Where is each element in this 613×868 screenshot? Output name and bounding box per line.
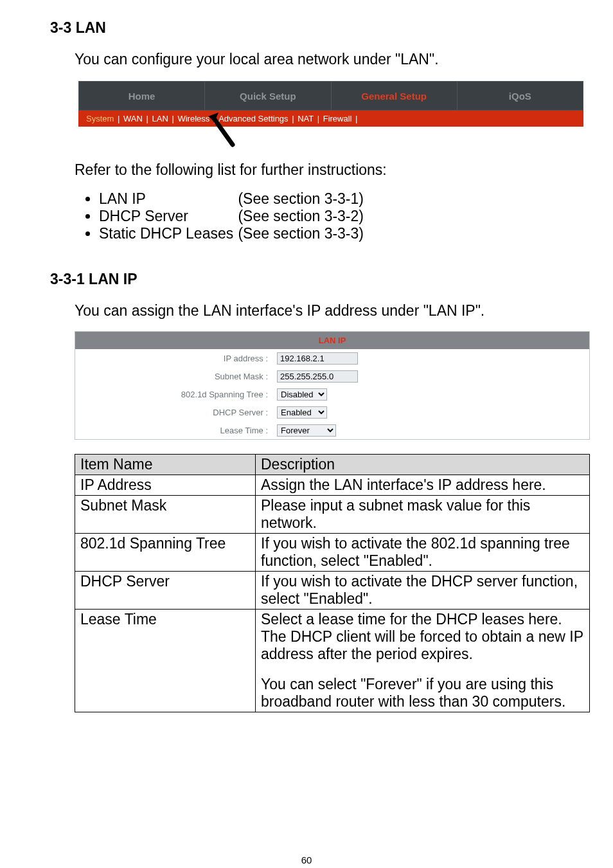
lanip-ip-label: IP address :	[75, 354, 274, 363]
table-row: 802.1d Spanning Tree If you wish to acti…	[75, 534, 590, 572]
desc-item: Lease Time	[75, 610, 256, 712]
list-item: DHCP Server (See section 3-3-2)	[99, 208, 563, 225]
subsection-heading: 3-3-1 LAN IP	[50, 271, 563, 288]
lease-desc-p1: Select a lease time for the DHCP leases …	[261, 611, 583, 662]
nav-sub-nat[interactable]: NAT	[298, 114, 314, 123]
lanip-row-lease: Lease Time : Forever	[75, 421, 589, 439]
nav-blank-area	[78, 127, 583, 147]
table-row: DHCP Server If you wish to activate the …	[75, 572, 590, 610]
bullet-label: DHCP Server	[99, 208, 234, 225]
lanip-dhcp-label: DHCP Server :	[75, 408, 274, 417]
bullet-ref: (See section 3-3-2)	[238, 208, 364, 224]
table-row: Lease Time Select a lease time for the D…	[75, 610, 590, 712]
section-heading: 3-3 LAN	[50, 19, 563, 37]
section-bullet-list: LAN IP (See section 3-3-1) DHCP Server (…	[50, 190, 563, 242]
lanip-row-dhcp: DHCP Server : Enabled	[75, 403, 589, 421]
list-item: Static DHCP Leases (See section 3-3-3)	[99, 225, 563, 242]
nav-screenshot: Home Quick Setup General Setup iQoS Syst…	[78, 81, 583, 147]
lanip-lease-label: Lease Time :	[75, 426, 274, 435]
desc-text: If you wish to activate the 802.1d spann…	[256, 534, 590, 572]
description-table: Item Name Description IP Address Assign …	[75, 454, 590, 712]
lanip-row-ip: IP address :	[75, 349, 589, 367]
lease-desc-p2: You can select "Forever" if you are usin…	[261, 676, 565, 710]
ip-address-input[interactable]	[277, 352, 358, 365]
subnet-mask-input[interactable]	[277, 370, 358, 383]
lanip-mask-label: Subnet Mask :	[75, 372, 274, 381]
nav-tab-iqos[interactable]: iQoS	[458, 82, 583, 110]
lease-time-select[interactable]: Forever	[277, 424, 336, 437]
lanip-settings-panel: LAN IP IP address : Subnet Mask : 802.1d…	[75, 331, 590, 440]
page-number: 60	[0, 854, 613, 865]
desc-th-desc: Description	[256, 455, 590, 475]
list-item: LAN IP (See section 3-3-1)	[99, 190, 563, 208]
desc-item: IP Address	[75, 475, 256, 496]
desc-text: If you wish to activate the DHCP server …	[256, 572, 590, 610]
refer-text: Refer to the following list for further …	[50, 161, 563, 179]
desc-th-item: Item Name	[75, 455, 256, 475]
nav-sub-system[interactable]: System	[86, 114, 114, 123]
nav-tab-row: Home Quick Setup General Setup iQoS	[78, 81, 583, 111]
nav-tab-home[interactable]: Home	[79, 82, 205, 110]
bullet-label: Static DHCP Leases	[99, 225, 234, 242]
nav-sub-firewall[interactable]: Firewall	[323, 114, 352, 123]
subsection-intro: You can assign the LAN interface's IP ad…	[50, 302, 563, 320]
desc-text: Assign the LAN interface's IP address he…	[256, 475, 590, 496]
intro-text: You can configure your local area networ…	[50, 51, 563, 68]
nav-sub-advanced[interactable]: Advanced Settings	[218, 114, 288, 123]
nav-sub-wireless[interactable]: Wireless	[177, 114, 209, 123]
table-row: Subnet Mask Please input a subnet mask v…	[75, 496, 590, 534]
bullet-ref: (See section 3-3-3)	[238, 225, 364, 242]
desc-item: Subnet Mask	[75, 496, 256, 534]
nav-tab-quick-setup[interactable]: Quick Setup	[205, 82, 331, 110]
desc-item: DHCP Server	[75, 572, 256, 610]
bullet-label: LAN IP	[99, 190, 234, 208]
desc-item: 802.1d Spanning Tree	[75, 534, 256, 572]
nav-submenu: System | WAN | LAN | Wireless | Advanced…	[78, 111, 583, 127]
dhcp-server-select[interactable]: Enabled	[277, 406, 327, 419]
lanip-row-mask: Subnet Mask :	[75, 367, 589, 385]
nav-tab-general-setup[interactable]: General Setup	[332, 82, 458, 110]
table-row: IP Address Assign the LAN interface's IP…	[75, 475, 590, 496]
desc-text: Select a lease time for the DHCP leases …	[256, 610, 590, 712]
desc-text: Please input a subnet mask value for thi…	[256, 496, 590, 534]
lanip-spanning-label: 802.1d Spanning Tree :	[75, 390, 274, 399]
nav-sub-wan[interactable]: WAN	[123, 114, 143, 123]
spanning-tree-select[interactable]: Disabled	[277, 388, 327, 401]
bullet-ref: (See section 3-3-1)	[238, 190, 364, 207]
lanip-row-spanning: 802.1d Spanning Tree : Disabled	[75, 385, 589, 403]
lanip-panel-title: LAN IP	[75, 332, 589, 349]
nav-sub-lan[interactable]: LAN	[152, 114, 168, 123]
